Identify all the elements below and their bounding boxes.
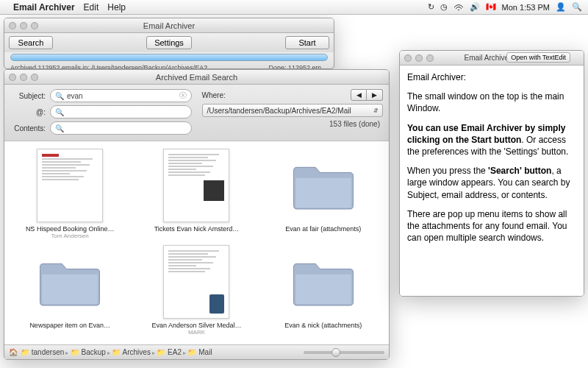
folder-icon: 📁: [157, 348, 165, 356]
search-button[interactable]: Search: [9, 36, 53, 49]
at-label: @:: [10, 108, 46, 116]
menu-app[interactable]: Email Archiver: [13, 2, 75, 13]
nav-forward-button[interactable]: ▶: [367, 89, 383, 101]
help-window: Email Archiver.rtf Open with TextEdit Em…: [399, 50, 584, 297]
status-left: Archived 112952 emails in: /Users/tander…: [10, 64, 209, 69]
folder-icon: [33, 245, 107, 319]
clear-icon[interactable]: ⓧ: [179, 91, 187, 101]
slider-knob[interactable]: [331, 348, 340, 357]
open-with-button[interactable]: Open with TextEdit: [506, 52, 570, 63]
search-window: Archived Email Search Subject: 🔍 evan ⓧ …: [4, 69, 390, 360]
flag-icon[interactable]: 🇨🇦: [486, 2, 496, 12]
search-title: Archived Email Search: [4, 73, 389, 82]
breadcrumb-item[interactable]: Backup: [79, 348, 106, 356]
nav-buttons: ◀ ▶: [351, 89, 383, 101]
menubar: Email Archiver Edit Help ↻ ◷ 🔊 🇨🇦 Mon 1:…: [0, 0, 588, 15]
minimize-icon[interactable]: [20, 22, 27, 29]
breadcrumb-item[interactable]: EA2: [165, 348, 182, 356]
result-item[interactable]: Tickets Evan Nick Amsterd…: [140, 149, 253, 239]
breadcrumb-item[interactable]: Archives: [121, 348, 151, 356]
status-icons: ↻ ◷ 🔊 🇨🇦 Mon 1:53 PM 👤 🔍: [428, 2, 582, 12]
volume-icon[interactable]: 🔊: [470, 2, 480, 12]
item-caption: NS Hispeed Booking Online…: [26, 225, 115, 233]
settings-button[interactable]: Settings: [146, 36, 192, 49]
menu-edit[interactable]: Edit: [84, 2, 99, 13]
progress-bar: [10, 54, 328, 61]
search-icon: 🔍: [55, 92, 64, 100]
clock-icon[interactable]: ◷: [440, 2, 448, 12]
item-caption: Evan at fair (attachments): [285, 225, 361, 233]
result-item[interactable]: Evan Anderson Silver Medal…MARK: [140, 245, 253, 336]
item-subcaption: MARK: [188, 329, 205, 336]
help-titlebar[interactable]: Email Archiver.rtf Open with TextEdit: [400, 51, 584, 66]
main-toolbar: Search Settings Start: [4, 33, 334, 52]
item-caption: Evan & nick (attachments): [284, 322, 362, 329]
help-p3: When you press the 'Search' button, a la…: [407, 165, 576, 201]
breadcrumb-item[interactable]: tandersen: [29, 348, 64, 356]
result-item[interactable]: Evan & nick (attachments): [267, 245, 380, 336]
home-icon[interactable]: 🏠: [9, 348, 18, 356]
zoom-icon[interactable]: [31, 22, 38, 29]
subject-input[interactable]: 🔍 evan ⓧ: [50, 89, 192, 102]
results-area: NS Hispeed Booking Online…Tom AndersenTi…: [4, 141, 389, 360]
help-body: Email Archiver: The small window on the …: [400, 66, 584, 296]
menu-help[interactable]: Help: [107, 2, 126, 13]
where-select[interactable]: /Users/tandersen/Backup/Archives/EA2/Mai…: [202, 104, 384, 117]
status-right: Done: 112952 em…: [268, 64, 328, 69]
contents-label: Contents:: [10, 124, 46, 132]
subject-value: evan: [67, 92, 83, 100]
result-item[interactable]: Evan at fair (attachments): [267, 149, 380, 239]
item-caption: Tickets Evan Nick Amsterd…: [154, 225, 240, 233]
item-subcaption: Tom Andersen: [51, 233, 89, 239]
document-thumbnail: [37, 149, 103, 222]
search-icon: 🔍: [55, 108, 64, 116]
spotlight-icon[interactable]: 🔍: [572, 2, 582, 12]
result-item[interactable]: NS Hispeed Booking Online…Tom Andersen: [13, 149, 126, 239]
close-icon[interactable]: [9, 22, 16, 29]
nav-back-button[interactable]: ◀: [351, 89, 367, 101]
main-title: Email Archiver: [4, 21, 334, 30]
subject-label: Subject:: [10, 92, 46, 100]
item-caption: Newspaper item on Evan…: [29, 322, 110, 329]
zoom-slider[interactable]: [304, 351, 384, 354]
start-button[interactable]: Start: [285, 36, 329, 49]
breadcrumb-item[interactable]: Mail: [196, 348, 212, 356]
folder-icon: 📁: [71, 348, 79, 356]
results-count: 153 files (done): [202, 120, 384, 128]
minimize-icon[interactable]: [20, 74, 27, 81]
user-icon[interactable]: 👤: [556, 2, 566, 12]
clock-text[interactable]: Mon 1:53 PM: [502, 3, 550, 12]
wifi-icon[interactable]: [453, 4, 464, 11]
zoom-icon[interactable]: [31, 74, 38, 81]
contents-input[interactable]: 🔍: [50, 121, 192, 135]
path-bar: 🏠 📁 tandersen ▸ 📁 Backup ▸ 📁 Archives ▸ …: [4, 344, 389, 359]
help-heading: Email Archiver:: [407, 71, 576, 83]
sync-icon[interactable]: ↻: [428, 2, 434, 12]
help-p2: You can use Email Archiver by simply cli…: [407, 122, 576, 158]
search-icon: 🔍: [55, 124, 64, 132]
where-label: Where:: [202, 91, 226, 99]
minimize-icon[interactable]: [415, 54, 423, 62]
document-thumbnail: [163, 245, 229, 319]
main-titlebar[interactable]: Email Archiver: [4, 18, 334, 33]
document-thumbnail: [163, 149, 229, 222]
zoom-icon[interactable]: [426, 54, 434, 62]
folder-icon: [287, 245, 360, 319]
search-titlebar[interactable]: Archived Email Search: [4, 70, 389, 85]
result-item[interactable]: Newspaper item on Evan…: [13, 245, 126, 336]
item-caption: Evan Anderson Silver Medal…: [151, 322, 241, 329]
close-icon[interactable]: [9, 74, 16, 81]
main-window: Email Archiver Search Settings Start Arc…: [4, 18, 334, 69]
close-icon[interactable]: [404, 54, 412, 62]
email-input[interactable]: 🔍: [50, 105, 192, 118]
help-p1: The small window on the top is the main …: [407, 91, 576, 114]
help-p4: There are pop up menu items to show all …: [407, 208, 576, 244]
folder-icon: 📁: [112, 348, 121, 356]
search-controls: Subject: 🔍 evan ⓧ @: 🔍 Contents: 🔍: [4, 85, 389, 141]
folder-icon: 📁: [21, 348, 29, 356]
folder-icon: [287, 149, 360, 222]
folder-icon: 📁: [187, 348, 196, 356]
